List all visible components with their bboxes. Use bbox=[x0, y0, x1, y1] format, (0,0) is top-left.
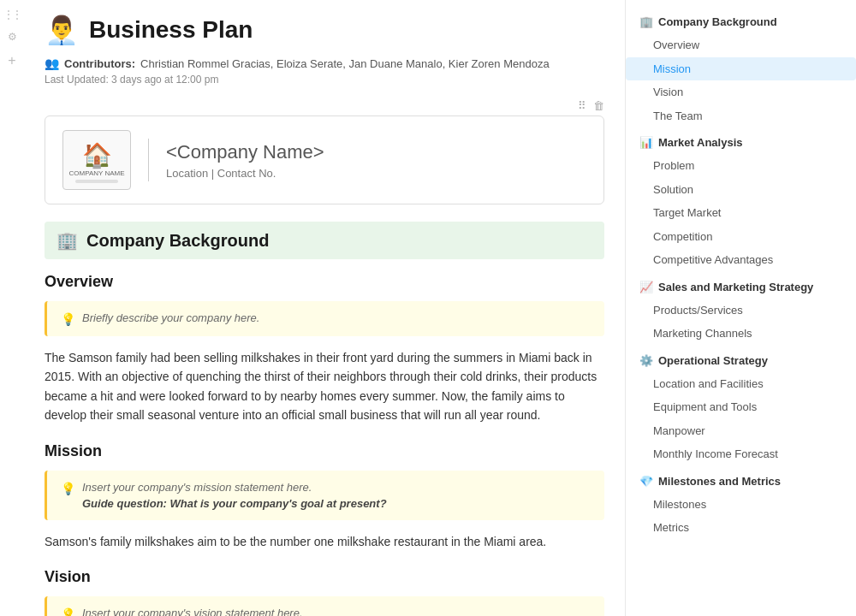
sidebar-section-header-operational-strategy[interactable]: ⚙️Operational Strategy bbox=[626, 349, 856, 372]
mission-hint-text: Insert your company's mission statement … bbox=[82, 481, 387, 494]
mission-bulb-icon: 💡 bbox=[61, 482, 75, 495]
settings-icon[interactable]: ⚙ bbox=[6, 29, 19, 44]
sidebar-item-location-facilities[interactable]: Location and Facilities bbox=[626, 372, 856, 396]
sidebar-section-header-sales-marketing[interactable]: 📈Sales and Marketing Strategy bbox=[626, 275, 856, 299]
sidebar-item-equipment-tools[interactable]: Equipment and Tools bbox=[626, 395, 856, 419]
company-name: <Company Name> bbox=[166, 141, 324, 163]
company-background-header: 🏢 Company Background bbox=[45, 222, 604, 259]
sidebar-section-header-milestones-metrics[interactable]: 💎Milestones and Metrics bbox=[626, 470, 856, 493]
company-sub: Location | Contact No. bbox=[166, 167, 324, 180]
sidebar-item-metrics[interactable]: Metrics bbox=[626, 516, 856, 540]
mission-hint-box: 💡 Insert your company's mission statemen… bbox=[45, 471, 604, 520]
sidebar-item-the-team[interactable]: The Team bbox=[626, 104, 856, 128]
logo-icon: 🏠 bbox=[82, 144, 112, 168]
company-info: <Company Name> Location | Contact No. bbox=[166, 141, 324, 180]
page-emoji: 👨‍💼 bbox=[45, 14, 79, 46]
sidebar-item-mission[interactable]: Mission bbox=[626, 57, 856, 81]
logo-label: COMPANY NAME bbox=[68, 169, 124, 177]
overview-hint-text: Briefly describe your company here. bbox=[82, 311, 259, 324]
sidebar-item-competitive-advantages[interactable]: Competitive Advantages bbox=[626, 248, 856, 272]
contributors-names: Christian Rommel Gracias, Eloiza Serate,… bbox=[140, 57, 550, 70]
company-card: 🏠 COMPANY NAME <Company Name> Location |… bbox=[45, 116, 604, 204]
company-logo: 🏠 COMPANY NAME bbox=[62, 130, 131, 190]
sidebar-item-solution[interactable]: Solution bbox=[626, 178, 856, 202]
contributors-icon: 👥 bbox=[45, 56, 59, 70]
contributors-bar: 👥 Contributors: Christian Rommel Gracias… bbox=[45, 56, 604, 70]
sidebar-section-label-operational-strategy: Operational Strategy bbox=[658, 354, 768, 367]
contributors-label: Contributors: bbox=[64, 57, 135, 70]
hint-bulb-icon: 💡 bbox=[61, 312, 75, 326]
vision-hint-text: Insert your company's vision statement h… bbox=[82, 607, 384, 616]
sidebar-section-icon-milestones-metrics: 💎 bbox=[639, 475, 653, 488]
sidebar-item-target-market[interactable]: Target Market bbox=[626, 201, 856, 225]
sidebar-section-operational-strategy: ⚙️Operational StrategyLocation and Facil… bbox=[626, 349, 856, 466]
sidebar-item-products-services[interactable]: Products/Services bbox=[626, 299, 856, 323]
drag-handle-icon[interactable]: ⋮⋮ bbox=[2, 7, 22, 22]
last-updated: Last Updated: 3 days ago at 12:00 pm bbox=[45, 74, 604, 86]
section-header-title: Company Background bbox=[86, 231, 269, 251]
company-divider bbox=[148, 139, 149, 181]
sidebar-section-label-market-analysis: Market Analysis bbox=[658, 136, 743, 149]
vision-hint-box: 💡 Insert your company's vision statement… bbox=[45, 596, 604, 616]
sidebar-section-label-company-background: Company Background bbox=[658, 15, 777, 28]
vision-bulb-icon: 💡 bbox=[61, 607, 75, 616]
overview-paragraph: The Samson family had been selling milks… bbox=[45, 348, 604, 425]
sidebar-item-overview[interactable]: Overview bbox=[626, 33, 856, 57]
sidebar: 🏢Company BackgroundOverviewMissionVision… bbox=[625, 0, 856, 616]
page-header: 👨‍💼 Business Plan bbox=[45, 14, 604, 46]
sidebar-sections: 🏢Company BackgroundOverviewMissionVision… bbox=[626, 10, 856, 540]
sidebar-section-market-analysis: 📊Market AnalysisProblemSolutionTarget Ma… bbox=[626, 131, 856, 272]
card-drag-icon[interactable]: ⠿ bbox=[578, 99, 586, 112]
mission-paragraph: Samson's family milkshakes aim to be the… bbox=[45, 532, 604, 551]
left-gutter: ⋮⋮ ⚙ + bbox=[0, 0, 24, 616]
sidebar-item-problem[interactable]: Problem bbox=[626, 154, 856, 178]
sidebar-section-header-company-background[interactable]: 🏢Company Background bbox=[626, 10, 856, 33]
sidebar-section-header-market-analysis[interactable]: 📊Market Analysis bbox=[626, 131, 856, 154]
sidebar-item-marketing-channels[interactable]: Marketing Channels bbox=[626, 322, 856, 346]
page-title: Business Plan bbox=[89, 16, 253, 44]
overview-hint-box: 💡 Briefly describe your company here. bbox=[45, 301, 604, 336]
mission-heading: Mission bbox=[45, 442, 604, 460]
sidebar-item-monthly-income[interactable]: Monthly Income Forecast bbox=[626, 442, 856, 466]
sidebar-item-competition[interactable]: Competition bbox=[626, 225, 856, 249]
svg-rect-0 bbox=[75, 180, 118, 183]
sidebar-section-label-sales-marketing: Sales and Marketing Strategy bbox=[658, 281, 813, 293]
sidebar-section-company-background: 🏢Company BackgroundOverviewMissionVision… bbox=[626, 10, 856, 127]
section-header-icon: 🏢 bbox=[56, 230, 78, 251]
vision-heading: Vision bbox=[45, 568, 604, 586]
sidebar-item-manpower[interactable]: Manpower bbox=[626, 419, 856, 443]
main-content-area: 👨‍💼 Business Plan 👥 Contributors: Christ… bbox=[24, 0, 625, 616]
sidebar-item-vision[interactable]: Vision bbox=[626, 80, 856, 104]
mission-guide-text: Guide question: What is your company's g… bbox=[82, 497, 387, 510]
card-controls: ⠿ 🗑 bbox=[45, 99, 604, 112]
sidebar-section-milestones-metrics: 💎Milestones and MetricsMilestonesMetrics bbox=[626, 470, 856, 540]
sidebar-section-icon-company-background: 🏢 bbox=[639, 15, 653, 28]
card-delete-icon[interactable]: 🗑 bbox=[593, 99, 604, 112]
add-block-icon[interactable]: + bbox=[6, 51, 17, 70]
sidebar-section-icon-operational-strategy: ⚙️ bbox=[639, 354, 653, 367]
sidebar-section-sales-marketing: 📈Sales and Marketing StrategyProducts/Se… bbox=[626, 275, 856, 346]
sidebar-section-label-milestones-metrics: Milestones and Metrics bbox=[658, 475, 781, 488]
overview-heading: Overview bbox=[45, 273, 604, 291]
sidebar-section-icon-sales-marketing: 📈 bbox=[639, 281, 653, 293]
sidebar-item-milestones[interactable]: Milestones bbox=[626, 493, 856, 517]
sidebar-section-icon-market-analysis: 📊 bbox=[639, 136, 653, 149]
